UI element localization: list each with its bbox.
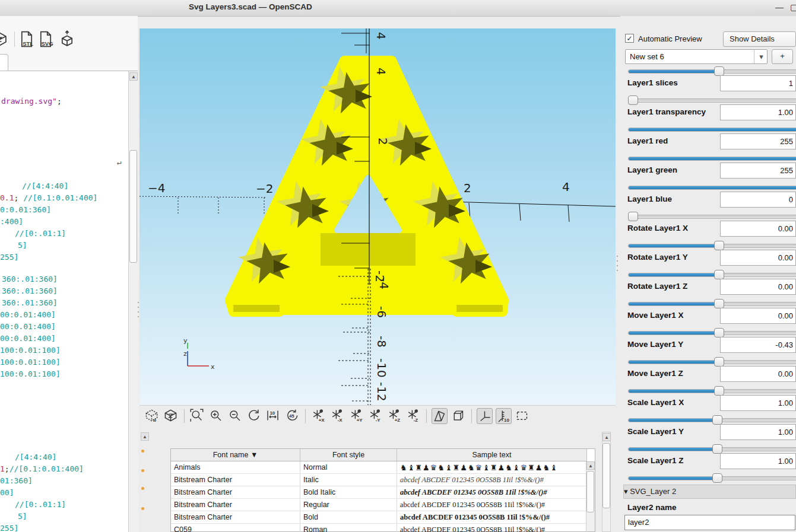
slider-handle[interactable]	[714, 357, 724, 367]
toolbar-separator	[471, 409, 472, 423]
layer2-name-input[interactable]: layer2	[624, 515, 795, 530]
parameter-slider[interactable]	[628, 270, 796, 279]
scroll-up-icon[interactable]: ▲	[602, 433, 611, 441]
slider-handle[interactable]	[714, 270, 724, 279]
font-table-header: Font name ▼Font styleSample text	[171, 449, 595, 461]
3d-viewport[interactable]: −4−224 442 -2-4-6-8-10-12 y z x	[139, 28, 616, 405]
maximize-button[interactable]: ▢	[790, 2, 796, 12]
view-plus-y-icon[interactable]: +Y	[348, 408, 364, 424]
parameter-slider[interactable]	[628, 183, 796, 192]
parameter-value-spinbox[interactable]: 1.00	[720, 453, 796, 469]
view-toolbar: »1045+X-X+Y-Y+Z-Z10	[139, 405, 616, 427]
zoom-out-icon[interactable]	[227, 408, 243, 424]
export-svg-icon[interactable]: SVG	[37, 30, 55, 48]
editor-scrollbar-thumb[interactable]	[129, 150, 137, 263]
parameter-value-spinbox[interactable]: 1.00	[720, 424, 796, 440]
slider-handle[interactable]	[714, 66, 724, 76]
svg-text:-Z: -Z	[414, 418, 418, 423]
scroll-up-icon[interactable]: ▲	[129, 72, 138, 81]
show-axes-icon[interactable]	[477, 408, 493, 424]
scrollbar-thumb[interactable]	[602, 443, 610, 508]
parameter-slider[interactable]	[628, 299, 796, 308]
font-table-row[interactable]: Bitstream CharterBold Italicabcdef ABCDE…	[171, 486, 595, 499]
parameter-value-spinbox[interactable]: 255	[720, 133, 796, 149]
parameter-slider[interactable]	[628, 357, 796, 367]
font-table-row[interactable]: Bitstream CharterBoldabcdef ABCDEF 01234…	[171, 511, 595, 524]
view-minus-x-icon[interactable]: -X	[329, 408, 345, 424]
font-table-row[interactable]: C059Romanabcdef ABCDEF 012345 0O5S8B 1Ii…	[171, 524, 595, 532]
parameter-slider[interactable]	[628, 95, 796, 105]
show-edges-icon[interactable]	[515, 408, 531, 424]
slider-handle[interactable]	[714, 386, 724, 396]
parameter-value-spinbox[interactable]: 0.00	[720, 308, 796, 324]
slider-handle[interactable]	[714, 328, 724, 337]
parameter-value-spinbox[interactable]: 0	[720, 192, 796, 208]
view-plus-z-icon[interactable]: +Z	[386, 408, 402, 424]
show-scale-markers-icon[interactable]: 10	[496, 408, 512, 424]
preview-icon[interactable]: »	[144, 408, 160, 424]
slider-handle[interactable]	[712, 415, 722, 425]
slider-handle[interactable]	[714, 299, 724, 308]
view-minus-y-icon[interactable]: -Y	[367, 408, 383, 424]
slider-handle[interactable]	[712, 473, 722, 483]
parameter-value-spinbox[interactable]: 1.00	[720, 395, 796, 411]
parameter-value-spinbox[interactable]: 0.00	[720, 366, 796, 382]
panel-splitter-grip[interactable]	[617, 252, 619, 275]
editor-tab[interactable]	[0, 54, 8, 72]
parameter-slider[interactable]	[628, 66, 796, 76]
rotate-45-icon[interactable]: 45	[284, 408, 300, 424]
scroll-up-icon[interactable]: ▲	[586, 461, 595, 470]
render-icon[interactable]	[0, 30, 8, 48]
font-table[interactable]: Font name ▼Font styleSample textAnimalsN…	[170, 448, 595, 532]
parameter-slider[interactable]	[628, 386, 796, 396]
orthogonal-icon[interactable]	[451, 408, 467, 424]
minimize-button[interactable]: —	[775, 2, 784, 12]
parameter-slider[interactable]	[628, 241, 796, 250]
parameter-slider[interactable]	[628, 212, 796, 221]
marker-dot	[141, 450, 144, 453]
font-table-row[interactable]: Bitstream CharterItalicabcdef ABCDEF 012…	[171, 474, 595, 486]
display-aabb-icon[interactable]	[58, 30, 76, 48]
view-all-icon[interactable]	[189, 408, 205, 424]
parameter-slider[interactable]	[628, 125, 796, 134]
slider-handle[interactable]	[628, 212, 638, 221]
editor-scrollbar[interactable]: ▲	[128, 71, 138, 532]
zoom-in-icon[interactable]	[208, 408, 224, 424]
parameter-value-spinbox[interactable]: 1.00	[720, 104, 796, 120]
slider-handle[interactable]	[714, 241, 724, 250]
view-plus-x-icon[interactable]: +X	[310, 408, 326, 424]
parameter-value-spinbox[interactable]: 255	[720, 163, 796, 179]
parameter-slider[interactable]	[628, 328, 796, 337]
parameter-value-spinbox[interactable]: -0.43	[720, 337, 796, 353]
parameter-slider[interactable]	[628, 415, 796, 425]
column-header-font-name[interactable]: Font name ▼	[171, 449, 300, 461]
scrollbar-thumb[interactable]	[586, 471, 594, 512]
code-line: 360:.01:360]	[2, 298, 58, 307]
font-table-scrollbar[interactable]: ▲	[586, 461, 595, 531]
code-line: //[0:.01:1]	[15, 500, 66, 509]
perspective-icon[interactable]	[432, 408, 448, 424]
cell-name: Bitstream Charter	[171, 486, 300, 499]
panel-scroll-up-icon[interactable]: ▲	[141, 432, 149, 441]
parameter-value-spinbox[interactable]: 0.00	[720, 279, 796, 295]
parameter-value-spinbox[interactable]: 1	[720, 75, 796, 91]
font-table-row[interactable]: Bitstream CharterRegularabcdef ABCDEF 01…	[171, 499, 595, 511]
font-table-row[interactable]: AnimalsNormal♞♝♜♟♛♞♝♜♟♞♛♝♜♟♞♝♛♜♟♞♝	[171, 461, 595, 474]
reset-view-icon[interactable]	[246, 408, 262, 424]
code-editor[interactable]: drawing.svg";//[4:4:40]0.1; //[0.1:0.01:…	[0, 71, 128, 532]
render-icon[interactable]	[163, 408, 179, 424]
slider-handle[interactable]	[712, 444, 722, 454]
parameter-slider[interactable]	[628, 473, 796, 483]
parameter-slider[interactable]	[628, 444, 796, 454]
slider-handle[interactable]	[628, 95, 638, 105]
panel-right-scrollbar[interactable]: ▲	[602, 432, 611, 532]
parameter-value-spinbox[interactable]: 0.00	[720, 250, 796, 266]
parameter-slider[interactable]	[628, 154, 796, 163]
export-stl-icon[interactable]: STL	[18, 30, 36, 48]
zoom-distance-icon[interactable]: 10	[265, 408, 281, 424]
group-header-svg-layer-2[interactable]: ▾ SVG_Layer 2	[623, 485, 796, 499]
column-header-font-style[interactable]: Font style	[300, 449, 397, 461]
view-minus-z-icon[interactable]: -Z	[405, 408, 421, 424]
parameter-value-spinbox[interactable]: 0.00	[720, 221, 796, 237]
column-header-sample-text[interactable]: Sample text	[397, 449, 587, 461]
